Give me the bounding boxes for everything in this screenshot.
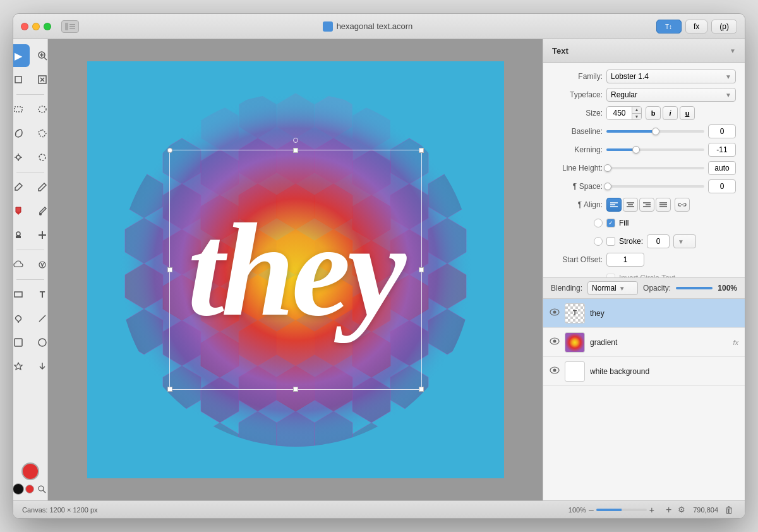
lasso-tool[interactable]: [13, 122, 30, 145]
paint-bucket-tool[interactable]: [13, 200, 30, 222]
space-row: ¶ Space: 0: [552, 179, 736, 193]
add-layer-button[interactable]: +: [665, 504, 673, 516]
layer-thumb-they: T: [565, 303, 585, 323]
marquee-rect-tool[interactable]: [13, 98, 30, 121]
start-offset-input[interactable]: 1: [606, 253, 644, 267]
lineheight-thumb[interactable]: [604, 164, 611, 172]
traffic-lights: [21, 23, 51, 30]
opacity-slider[interactable]: [676, 287, 713, 289]
opacity-value: 100%: [718, 284, 737, 293]
zoom-in-icon[interactable]: +: [649, 505, 654, 515]
typeface-dropdown-arrow: ▼: [725, 92, 731, 99]
crop-tool[interactable]: [13, 68, 30, 91]
align-center-button[interactable]: [623, 198, 638, 212]
kerning-thumb[interactable]: [632, 146, 640, 154]
svg-line-6: [44, 57, 47, 60]
lineheight-input[interactable]: auto: [708, 161, 736, 175]
svg-rect-2: [69, 26, 75, 27]
link-button[interactable]: [675, 198, 690, 212]
sidebar-toggle[interactable]: [61, 20, 79, 33]
select-tool[interactable]: ▶: [13, 44, 30, 67]
space-thumb[interactable]: [604, 183, 611, 190]
stroke-radio[interactable]: [594, 237, 603, 246]
baseline-label: Baseline:: [552, 127, 603, 136]
layer-thumb-white-background: [565, 361, 585, 382]
right-panel: Text ▼ Family: Lobster 1.4 ▼ Typeface: R…: [543, 39, 745, 500]
lineheight-track[interactable]: [606, 167, 704, 169]
star-tool[interactable]: [13, 355, 30, 378]
align-justify-button[interactable]: [656, 198, 671, 212]
pen-tool[interactable]: [13, 307, 30, 330]
color-search[interactable]: [35, 483, 48, 495]
rect-shape-tool[interactable]: [13, 283, 30, 306]
invert-checkbox[interactable]: [606, 274, 615, 277]
zoom-out-icon[interactable]: –: [589, 505, 594, 515]
delete-layer-button[interactable]: 🗑: [722, 505, 736, 515]
stroke-input[interactable]: 0: [647, 234, 670, 248]
rect-tool[interactable]: [13, 331, 30, 354]
text-panel-title: Text: [552, 46, 568, 56]
fill-label: Fill: [619, 219, 629, 227]
bold-button[interactable]: b: [646, 106, 661, 120]
black-color[interactable]: [13, 483, 24, 495]
svg-rect-3: [69, 28, 75, 29]
layer-visibility-white-background[interactable]: [550, 366, 560, 376]
canvas[interactable]: they: [87, 61, 504, 478]
fx-button[interactable]: fx: [685, 20, 707, 33]
zoom-slider[interactable]: [596, 509, 647, 511]
layer-row-gradient[interactable]: gradient fx: [543, 328, 745, 357]
size-stepper[interactable]: 450 ▲ ▼: [606, 106, 642, 120]
svg-line-23: [39, 315, 45, 322]
svg-marker-26: [15, 363, 22, 370]
layer-settings-button[interactable]: ⚙: [677, 505, 687, 514]
svg-point-106: [553, 340, 556, 343]
baseline-thumb[interactable]: [652, 128, 659, 135]
stroke-color-dropdown[interactable]: ▼: [673, 234, 696, 248]
canvas-text: they: [188, 203, 404, 336]
fill-radio[interactable]: [594, 219, 603, 227]
align-left-button[interactable]: [606, 198, 622, 212]
layer-visibility-they[interactable]: [550, 308, 560, 318]
minimize-button[interactable]: [32, 23, 40, 30]
baseline-row: Baseline: 0: [552, 124, 736, 138]
panel-collapse-icon[interactable]: ▼: [730, 47, 736, 54]
cloud-tool[interactable]: [13, 253, 30, 276]
blending-dropdown[interactable]: Normal ▼: [587, 281, 638, 295]
italic-button[interactable]: i: [663, 106, 678, 120]
stamp-tool[interactable]: [13, 224, 30, 246]
svg-rect-10: [15, 107, 22, 112]
canvas-area[interactable]: they: [48, 39, 543, 500]
size-down[interactable]: ▼: [632, 114, 641, 121]
foreground-color[interactable]: [21, 462, 39, 480]
layer-row-white-background[interactable]: white background: [543, 357, 745, 386]
baseline-input[interactable]: 0: [708, 124, 736, 138]
main-area: ▶: [13, 39, 745, 500]
close-button[interactable]: [21, 23, 28, 30]
size-input[interactable]: 450: [607, 107, 632, 119]
stroke-checkbox[interactable]: [606, 237, 615, 246]
fill-checkbox[interactable]: ✓: [606, 219, 615, 227]
tool-panel-button[interactable]: T↕: [656, 20, 682, 33]
fill-row: ✓ Fill: [552, 216, 736, 230]
typeface-dropdown[interactable]: Regular ▼: [606, 88, 736, 102]
layer-name-they: they: [590, 309, 738, 318]
p-button[interactable]: (p): [711, 20, 737, 33]
align-right-button[interactable]: [639, 198, 654, 212]
magic-wand-tool[interactable]: [13, 146, 30, 169]
space-input[interactable]: 0: [708, 179, 736, 193]
kerning-input[interactable]: -11: [708, 143, 736, 157]
zoom-value: 100%: [568, 506, 586, 514]
svg-point-25: [39, 339, 46, 346]
maximize-button[interactable]: [44, 23, 51, 30]
family-dropdown[interactable]: Lobster 1.4 ▼: [606, 70, 736, 83]
size-up[interactable]: ▲: [632, 106, 641, 114]
kerning-track[interactable]: [606, 148, 704, 151]
family-dropdown-arrow: ▼: [725, 73, 731, 80]
baseline-track[interactable]: [606, 130, 704, 133]
red-color[interactable]: [25, 485, 34, 493]
underline-button[interactable]: u: [680, 106, 695, 120]
eyedropper-tool[interactable]: [13, 176, 30, 198]
space-track[interactable]: [606, 185, 704, 188]
layer-visibility-gradient[interactable]: [550, 337, 560, 347]
layer-row-they[interactable]: T they: [543, 299, 745, 328]
